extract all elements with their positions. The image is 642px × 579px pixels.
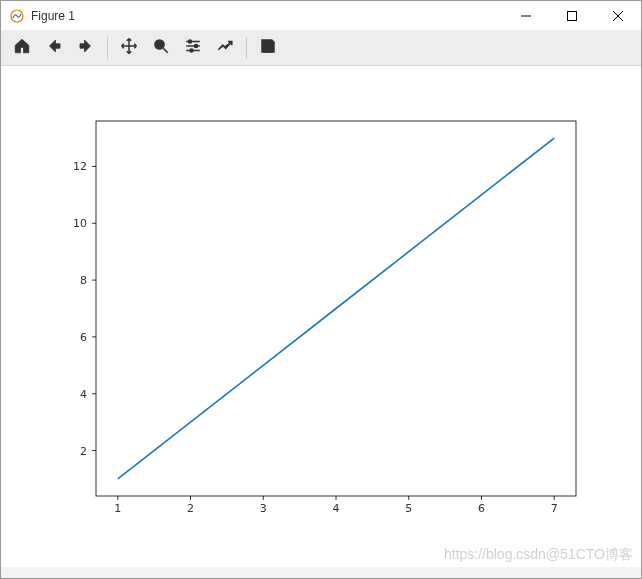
chart-line-icon	[216, 37, 234, 58]
configure-button[interactable]	[178, 33, 208, 63]
figure-window: Figure 1	[0, 0, 642, 579]
svg-text:4: 4	[333, 502, 340, 515]
zoom-button[interactable]	[146, 33, 176, 63]
titlebar: Figure 1	[1, 1, 641, 31]
move-icon	[120, 37, 138, 58]
save-icon	[259, 37, 277, 58]
svg-text:8: 8	[80, 274, 87, 287]
toolbar	[1, 31, 641, 66]
svg-text:4: 4	[80, 388, 87, 401]
svg-point-5	[155, 40, 164, 49]
home-icon	[13, 37, 31, 58]
svg-point-12	[190, 49, 193, 52]
app-icon	[9, 8, 25, 24]
svg-rect-13	[264, 40, 270, 44]
arrow-right-icon	[77, 37, 95, 58]
home-button[interactable]	[7, 33, 37, 63]
svg-point-10	[189, 40, 192, 43]
minimize-button[interactable]	[503, 1, 549, 31]
toolbar-separator	[246, 37, 247, 59]
plot-canvas[interactable]: 123456724681012	[1, 66, 641, 567]
svg-text:3: 3	[260, 502, 267, 515]
line-chart: 123456724681012	[1, 66, 641, 564]
pan-button[interactable]	[114, 33, 144, 63]
svg-text:6: 6	[80, 331, 87, 344]
statusbar	[1, 567, 641, 578]
save-button[interactable]	[253, 33, 283, 63]
svg-text:2: 2	[80, 445, 87, 458]
back-button[interactable]	[39, 33, 69, 63]
svg-text:6: 6	[478, 502, 485, 515]
close-button[interactable]	[595, 1, 641, 31]
svg-text:1: 1	[114, 502, 121, 515]
svg-line-6	[163, 49, 168, 54]
svg-point-11	[195, 45, 198, 48]
sliders-icon	[184, 37, 202, 58]
svg-text:12: 12	[73, 160, 87, 173]
forward-button[interactable]	[71, 33, 101, 63]
svg-rect-2	[568, 11, 577, 20]
maximize-button[interactable]	[549, 1, 595, 31]
toolbar-separator	[107, 37, 108, 59]
edit-button[interactable]	[210, 33, 240, 63]
svg-text:10: 10	[73, 217, 87, 230]
window-title: Figure 1	[31, 9, 75, 23]
svg-text:7: 7	[551, 502, 558, 515]
arrow-left-icon	[45, 37, 63, 58]
svg-text:5: 5	[405, 502, 412, 515]
zoom-icon	[152, 37, 170, 58]
svg-text:2: 2	[187, 502, 194, 515]
